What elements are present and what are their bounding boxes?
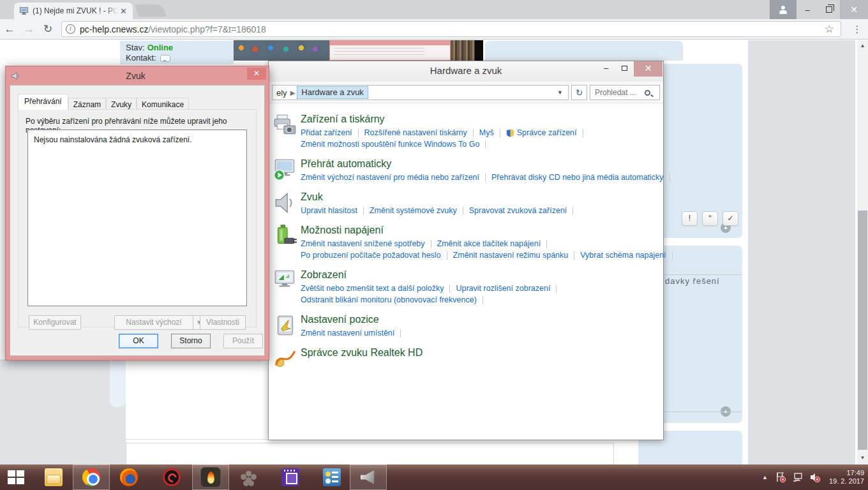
- link-separator: [463, 207, 463, 215]
- taskbar-grapes-app[interactable]: [230, 464, 267, 490]
- breadcrumb-current[interactable]: Hardware a zvuk: [297, 86, 368, 99]
- taskbar-clock[interactable]: 17:49 19. 2. 2017: [829, 469, 864, 486]
- properties-button[interactable]: Vlastnosti: [200, 315, 246, 330]
- window-controls: – ✕: [597, 61, 662, 77]
- maximize-button[interactable]: [615, 61, 634, 77]
- minimize-button[interactable]: –: [597, 61, 615, 77]
- item-body: Nastavení poziceZměnit nastavení umístěn…: [301, 313, 407, 339]
- dialog-titlebar[interactable]: Zvuk ✕: [6, 66, 269, 85]
- link-separator: [431, 240, 431, 248]
- task-link[interactable]: Změnit akce tlačítek napájení: [437, 238, 541, 249]
- breadcrumb-bar[interactable]: ely ▶ Hardware a zvuk ▼: [272, 85, 569, 100]
- search-icon: [645, 90, 650, 96]
- reload-button[interactable]: ↻: [38, 22, 57, 36]
- profile-button[interactable]: [770, 0, 797, 19]
- scroll-up-icon[interactable]: ▲: [857, 43, 868, 48]
- category-heading-link[interactable]: Správce zvuku Realtek HD: [301, 346, 423, 359]
- task-link[interactable]: Změnit nastavení režimu spánku: [453, 249, 569, 261]
- task-link[interactable]: Zvětšit nebo zmenšit text a další položk…: [301, 283, 444, 294]
- network-icon[interactable]: [792, 471, 804, 483]
- report-button[interactable]: !: [682, 211, 698, 226]
- address-bar[interactable]: i pc-help.cnews.cz/viewtopic.php?f=7&t=1…: [61, 21, 841, 37]
- post-embedded-screenshot[interactable]: [234, 40, 483, 61]
- close-button[interactable]: ✕: [634, 61, 662, 77]
- category-heading-link[interactable]: Nastavení pozice: [301, 313, 407, 326]
- task-link[interactable]: Odstranit blikání monitoru (obnovovací f…: [301, 294, 477, 306]
- taskbar-cpu-app[interactable]: [272, 464, 309, 490]
- task-link[interactable]: Po probuzení počítače požadovat heslo: [301, 249, 441, 261]
- ok-button[interactable]: OK: [119, 334, 158, 348]
- scrollbar-thumb[interactable]: [858, 211, 867, 450]
- task-link[interactable]: Upravit rozlišení zobrazení: [456, 283, 550, 294]
- new-tab-button[interactable]: [135, 4, 167, 17]
- link-separator: [358, 129, 359, 137]
- task-links-row: Změnit nastavení umístění: [301, 327, 407, 339]
- browser-menu-icon[interactable]: ⋮: [846, 24, 868, 35]
- category-heading-link[interactable]: Zařízení a tiskárny: [301, 112, 589, 126]
- tab-favicon-monitor-icon: [19, 6, 29, 15]
- task-link[interactable]: Vybrat schéma napájení: [580, 249, 666, 261]
- task-links-row: Změnit nastavení snížené spotřebyZměnit …: [301, 238, 678, 249]
- task-link[interactable]: Změnit nastavení snížené spotřeby: [301, 238, 425, 249]
- task-link[interactable]: Upravit hlasitost: [301, 205, 357, 216]
- category-heading-link[interactable]: Zobrazení: [301, 268, 562, 281]
- task-link[interactable]: Přidat zařízení: [301, 127, 352, 138]
- taskbar-firefox[interactable]: [110, 464, 147, 490]
- page-info-icon[interactable]: i: [66, 24, 75, 34]
- apply-button[interactable]: Použít: [223, 334, 263, 348]
- history-dropdown-icon[interactable]: ▼: [557, 89, 568, 96]
- dialog-tab-1[interactable]: Přehrávání: [18, 94, 68, 110]
- dialog-body: PřehráváníZáznamZvukyKomunikace Po výběr…: [10, 85, 265, 356]
- breadcrumb-prefix[interactable]: ely: [273, 88, 288, 98]
- taskbar-chrome[interactable]: [73, 464, 110, 490]
- configure-button[interactable]: Konfigurovat: [29, 315, 81, 330]
- taskbar-driver-booster[interactable]: [153, 464, 190, 490]
- task-link[interactable]: Změnit systémové zvuky: [370, 205, 457, 216]
- task-link[interactable]: Změnit výchozí nastavení pro média nebo …: [301, 172, 479, 183]
- volume-muted-icon[interactable]: [809, 471, 821, 483]
- forward-button[interactable]: →: [19, 23, 38, 36]
- chat-bubble-icon[interactable]: [160, 55, 170, 62]
- start-button[interactable]: [8, 470, 27, 485]
- cancel-button[interactable]: Storno: [171, 334, 211, 348]
- back-button[interactable]: ←: [0, 23, 19, 36]
- set-default-button[interactable]: Nastavit výchozí: [114, 315, 193, 330]
- quote-button[interactable]: “: [702, 211, 718, 226]
- search-box[interactable]: [590, 85, 660, 100]
- scroll-down-icon[interactable]: ▼: [857, 455, 868, 461]
- restore-button[interactable]: [818, 0, 840, 19]
- category-heading-link[interactable]: Zvuk: [301, 190, 579, 204]
- task-link[interactable]: Změnit nastavení umístění: [301, 327, 394, 339]
- accept-button[interactable]: ✓: [722, 211, 738, 226]
- action-center-flag-icon[interactable]: [775, 471, 786, 483]
- task-link[interactable]: Rozšířené nastavení tiskárny: [364, 127, 467, 138]
- tab-close-icon[interactable]: ✕: [118, 6, 129, 16]
- category-heading-link[interactable]: Přehrát automaticky: [301, 157, 676, 170]
- device-list[interactable]: Nejsou nainstalována žádná zvuková zaříz…: [27, 130, 247, 306]
- task-link[interactable]: Správce zařízení: [506, 127, 577, 138]
- dialog-tabs: PřehráváníZáznamZvukyKomunikace: [18, 94, 189, 110]
- taskbar-file-explorer[interactable]: [35, 464, 72, 490]
- taskbar-flame-app[interactable]: [192, 464, 229, 490]
- tray-expand-icon[interactable]: ▲: [762, 474, 768, 480]
- taskbar-system-monitor-app[interactable]: [313, 464, 350, 490]
- task-link[interactable]: Přehrávat disky CD nebo jiná média autom…: [491, 172, 664, 183]
- bookmark-star-icon[interactable]: ☆: [825, 22, 834, 36]
- task-link[interactable]: Změnit možnosti spouštění funkce Windows…: [301, 138, 479, 150]
- search-input[interactable]: [594, 87, 645, 98]
- link-separator: [670, 174, 670, 182]
- control-panel-item: Přehrát automatickyZměnit výchozí nastav…: [271, 157, 661, 183]
- display-icon: [273, 268, 298, 292]
- browser-tab[interactable]: (1) Nejde mi ZVUK ! - PC ✕: [14, 3, 133, 19]
- category-heading-link[interactable]: Možnosti napájení: [301, 223, 678, 237]
- task-link[interactable]: Spravovat zvuková zařízení: [469, 205, 567, 216]
- window-titlebar[interactable]: Hardware a zvuk – ✕: [269, 61, 663, 82]
- task-link[interactable]: Myš: [479, 127, 494, 138]
- refresh-button[interactable]: ↻: [571, 85, 587, 100]
- minimize-button[interactable]: –: [797, 0, 818, 19]
- close-button[interactable]: ✕: [247, 68, 266, 80]
- page-scrollbar[interactable]: ▲ ▼: [857, 40, 868, 464]
- taskbar-sound-app[interactable]: [350, 464, 387, 490]
- chrome-icon: [82, 468, 100, 486]
- close-button[interactable]: ✕: [840, 0, 868, 19]
